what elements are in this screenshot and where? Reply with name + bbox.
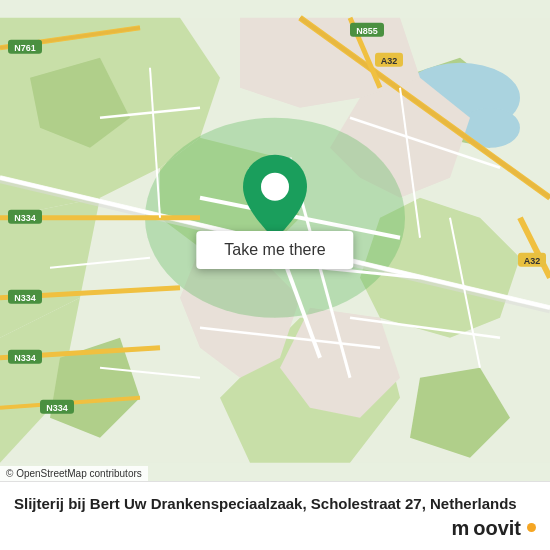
svg-text:N761: N761 <box>14 43 36 53</box>
moovit-text: m <box>451 517 469 540</box>
svg-text:A32: A32 <box>524 256 541 266</box>
svg-point-61 <box>261 173 289 201</box>
map-area: N761 N855 A32 A32 N334 N334 N334 N334 <box>0 0 550 481</box>
take-me-there-button[interactable]: Take me there <box>196 231 353 269</box>
map-background: N761 N855 A32 A32 N334 N334 N334 N334 <box>0 0 550 481</box>
info-panel: Slijterij bij Bert Uw Drankenspeciaalzaa… <box>0 481 550 551</box>
moovit-logo: m oovit <box>451 517 536 540</box>
info-bottom-row: m oovit <box>14 517 536 540</box>
moovit-brand: oovit <box>473 517 521 540</box>
svg-text:N334: N334 <box>14 353 36 363</box>
svg-text:N334: N334 <box>14 213 36 223</box>
svg-text:A32: A32 <box>381 56 398 66</box>
svg-text:N855: N855 <box>356 26 378 36</box>
app-container: N761 N855 A32 A32 N334 N334 N334 N334 <box>0 0 550 550</box>
svg-text:N334: N334 <box>14 293 36 303</box>
map-attribution: © OpenStreetMap contributors <box>0 466 148 481</box>
svg-text:N334: N334 <box>46 403 68 413</box>
moovit-dot-icon <box>527 523 536 532</box>
location-name: Slijterij bij Bert Uw Drankenspeciaalzaa… <box>14 494 536 514</box>
